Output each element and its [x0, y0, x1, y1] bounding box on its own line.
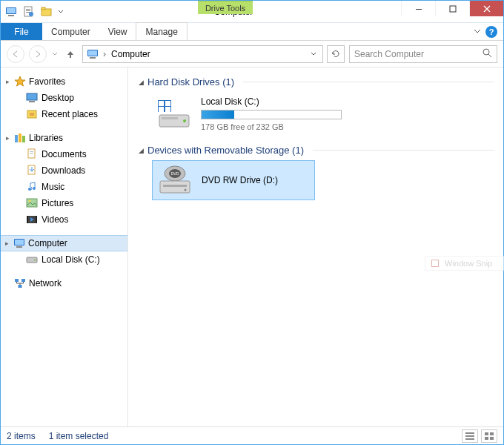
- svg-rect-5: [26, 10, 30, 11]
- svg-rect-1: [7, 8, 16, 13]
- address-dropdown-icon[interactable]: [306, 51, 321, 57]
- svg-rect-41: [19, 285, 22, 288]
- svg-rect-11: [450, 6, 456, 12]
- computer-icon: [13, 237, 25, 249]
- navigation-pane: ▸ Favorites Desktop Recent places ▸ L: [1, 67, 128, 426]
- pictures-icon: [26, 197, 38, 209]
- svg-rect-16: [27, 93, 37, 100]
- sidebar-header-computer[interactable]: ▸ Computer: [1, 235, 127, 251]
- svg-point-7: [29, 12, 33, 16]
- network-icon: [14, 277, 26, 289]
- sidebar-item-label: Downloads: [42, 165, 85, 176]
- sidebar-item-videos[interactable]: Videos: [1, 211, 127, 228]
- status-item-count: 2 items: [7, 431, 36, 441]
- sidebar-item-label: Local Disk (C:): [42, 254, 100, 265]
- maximize-button[interactable]: [435, 1, 469, 16]
- view-details-button[interactable]: [462, 429, 478, 443]
- expand-arrow-icon[interactable]: ▸: [3, 240, 10, 247]
- svg-rect-61: [485, 437, 488, 440]
- device-item-dvd-drive[interactable]: DVD DVD RW Drive (D:): [152, 160, 315, 200]
- section-header-removable[interactable]: ◢ Devices with Removable Storage (1): [137, 145, 494, 156]
- search-icon: [482, 47, 492, 60]
- sidebar-item-pictures[interactable]: Pictures: [1, 195, 127, 211]
- section-title: Devices with Removable Storage: [147, 145, 289, 156]
- libraries-icon: [14, 132, 26, 144]
- sidebar-item-recent-places[interactable]: Recent places: [1, 106, 127, 122]
- svg-point-28: [33, 187, 36, 190]
- svg-rect-62: [490, 437, 494, 440]
- help-button[interactable]: ?: [485, 26, 497, 38]
- sidebar-label: Network: [29, 278, 62, 289]
- sidebar-header-favorites[interactable]: ▸ Favorites: [1, 73, 127, 90]
- quick-access-toolbar: [1, 1, 66, 22]
- drive-name: Local Disk (C:): [201, 96, 342, 107]
- hdd-icon: [26, 254, 38, 266]
- svg-rect-43: [159, 101, 164, 106]
- refresh-button[interactable]: [327, 45, 345, 63]
- forward-button[interactable]: [29, 45, 47, 63]
- explorer-window: Drive Tools Computer File Computer View …: [0, 0, 504, 445]
- svg-rect-45: [159, 107, 164, 112]
- downloads-icon: [26, 165, 38, 177]
- view-large-icons-button[interactable]: [481, 429, 497, 443]
- svg-rect-36: [16, 246, 22, 248]
- tab-manage[interactable]: Manage: [136, 22, 187, 40]
- svg-rect-22: [22, 136, 25, 142]
- svg-rect-35: [15, 240, 24, 245]
- sidebar-item-documents[interactable]: Documents: [1, 146, 127, 162]
- svg-text:DVD: DVD: [171, 171, 179, 176]
- drive-usage-bar: [201, 110, 342, 119]
- sidebar-header-libraries[interactable]: ▸ Libraries: [1, 130, 127, 146]
- status-bar: 2 items 1 item selected: [1, 426, 503, 444]
- section-count: 1: [295, 145, 300, 156]
- expand-arrow-icon[interactable]: ▸: [4, 78, 11, 85]
- sidebar-item-label: Pictures: [42, 198, 73, 208]
- sidebar-item-label: Desktop: [42, 93, 74, 103]
- minimize-button[interactable]: [401, 1, 435, 16]
- desktop-icon: [26, 92, 38, 104]
- sidebar-item-music[interactable]: Music: [1, 179, 127, 195]
- close-button[interactable]: [469, 1, 503, 16]
- search-box[interactable]: Search Computer: [349, 45, 497, 63]
- file-menu[interactable]: File: [1, 23, 42, 40]
- svg-rect-21: [19, 134, 21, 142]
- drive-item-local-disk[interactable]: Local Disk (C:) 178 GB free of 232 GB: [152, 92, 315, 136]
- section-divider: [313, 150, 494, 151]
- breadcrumb-location[interactable]: Computer: [108, 49, 150, 59]
- favorites-star-icon: [14, 76, 26, 88]
- svg-point-15: [483, 49, 489, 55]
- ribbon-chevron-down-icon[interactable]: [474, 27, 481, 37]
- svg-rect-2: [8, 15, 14, 16]
- svg-point-30: [29, 200, 31, 202]
- sidebar-item-downloads[interactable]: Downloads: [1, 162, 127, 179]
- content-pane: ◢ Hard Disk Drives (1) Local Di: [128, 67, 503, 426]
- up-button[interactable]: [63, 47, 78, 62]
- sidebar-item-local-disk[interactable]: Local Disk (C:): [1, 251, 127, 268]
- svg-rect-19: [30, 113, 34, 116]
- collapse-arrow-icon[interactable]: ◢: [137, 79, 145, 86]
- qat-properties-icon[interactable]: [20, 4, 38, 20]
- recent-locations-icon[interactable]: [51, 45, 59, 63]
- expand-arrow-icon[interactable]: ▸: [4, 134, 11, 142]
- collapse-arrow-icon[interactable]: ◢: [137, 147, 145, 154]
- svg-rect-25: [30, 153, 33, 154]
- search-placeholder: Search Computer: [354, 49, 482, 59]
- section-header-hdd[interactable]: ◢ Hard Disk Drives (1): [137, 76, 494, 88]
- sidebar-item-desktop[interactable]: Desktop: [1, 90, 127, 106]
- qat-new-folder-icon[interactable]: [38, 4, 56, 20]
- address-bar-row: › Computer Search Computer: [1, 41, 503, 67]
- back-button[interactable]: [7, 45, 24, 63]
- svg-rect-59: [485, 432, 488, 435]
- sidebar-label: Computer: [28, 238, 67, 248]
- qat-customize-icon[interactable]: [56, 9, 66, 15]
- qat-computer-icon[interactable]: [2, 4, 20, 20]
- svg-rect-49: [162, 117, 178, 119]
- svg-rect-39: [15, 279, 19, 282]
- tab-view[interactable]: View: [99, 23, 136, 40]
- sidebar-header-network[interactable]: ▸ Network: [1, 275, 127, 291]
- svg-rect-57: [465, 435, 474, 437]
- svg-rect-60: [490, 432, 494, 435]
- address-bar[interactable]: › Computer: [82, 45, 323, 63]
- breadcrumb-chevron-icon[interactable]: ›: [101, 49, 108, 59]
- tab-computer[interactable]: Computer: [42, 23, 99, 40]
